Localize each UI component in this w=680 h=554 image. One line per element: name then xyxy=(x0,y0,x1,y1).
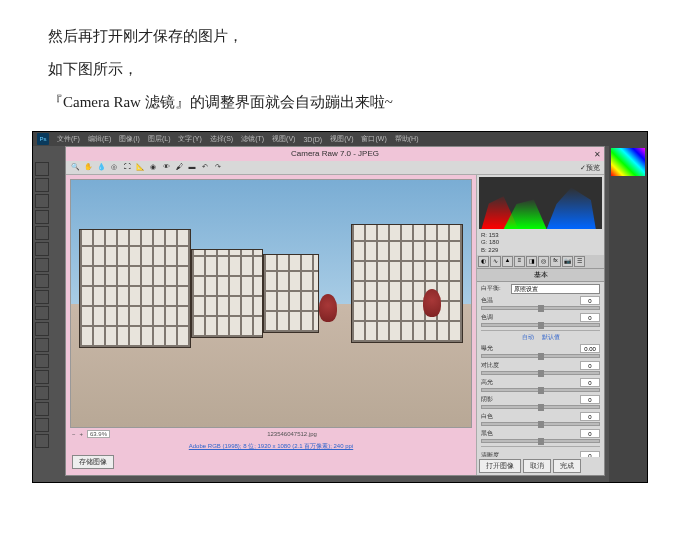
tint-value[interactable]: 0 xyxy=(580,313,600,322)
camera-tab-icon[interactable]: 📷 xyxy=(562,256,573,267)
wand-tool-icon[interactable] xyxy=(35,210,49,224)
rotate-cw-icon[interactable]: ↷ xyxy=(213,163,223,173)
spot-removal-icon[interactable]: ◉ xyxy=(148,163,158,173)
menu-help[interactable]: 帮助(H) xyxy=(395,134,419,144)
heal-tool-icon[interactable] xyxy=(35,258,49,272)
slider-temperature: 色温0 xyxy=(481,296,600,310)
shadows-slider[interactable] xyxy=(481,405,600,409)
image-metadata-link[interactable]: Adobe RGB (1998); 8 位; 1920 x 1080 (2.1 … xyxy=(70,440,472,453)
close-icon[interactable]: ✕ xyxy=(592,148,602,158)
wb-tool-icon[interactable]: 💧 xyxy=(96,163,106,173)
crop-icon[interactable]: ⛶ xyxy=(122,163,132,173)
menu-view2[interactable]: 视图(V) xyxy=(330,134,353,144)
slider-highlights: 高光0 xyxy=(481,378,600,392)
shadows-value[interactable]: 0 xyxy=(580,395,600,404)
cancel-button[interactable]: 取消 xyxy=(523,459,551,473)
menu-3d[interactable]: 3D(D) xyxy=(303,136,322,143)
stamp-tool-icon[interactable] xyxy=(35,290,49,304)
menu-window[interactable]: 窗口(W) xyxy=(361,134,386,144)
graduated-filter-icon[interactable]: ▬ xyxy=(187,163,197,173)
shape-tool-icon[interactable] xyxy=(35,434,49,448)
split-tab-icon[interactable]: ◨ xyxy=(526,256,537,267)
slider-whites: 白色0 xyxy=(481,412,600,426)
history-brush-icon[interactable] xyxy=(35,306,49,320)
article-caption: 然后再打开刚才保存的图片， 如下图所示， 『Camera Raw 滤镜』的调整界… xyxy=(0,0,680,131)
menu-file[interactable]: 文件(F) xyxy=(57,134,80,144)
preview-checkbox[interactable]: ✓预览 xyxy=(580,163,600,173)
blur-tool-icon[interactable] xyxy=(35,354,49,368)
blacks-slider[interactable] xyxy=(481,439,600,443)
hand-tool-icon[interactable]: ✋ xyxy=(83,163,93,173)
menu-layer[interactable]: 图层(L) xyxy=(148,134,171,144)
ps-logo-icon: Ps xyxy=(37,133,49,145)
brush-tool-icon[interactable] xyxy=(35,274,49,288)
menu-image[interactable]: 图像(I) xyxy=(119,134,140,144)
path-tool-icon[interactable] xyxy=(35,418,49,432)
temperature-value[interactable]: 0 xyxy=(580,296,600,305)
zoom-tool-icon[interactable]: 🔍 xyxy=(70,163,80,173)
hsl-tab-icon[interactable]: ≡ xyxy=(514,256,525,267)
filename-label: 123546047512.jpg xyxy=(114,431,470,437)
straighten-icon[interactable]: 📐 xyxy=(135,163,145,173)
gradient-tool-icon[interactable] xyxy=(35,338,49,352)
done-button[interactable]: 完成 xyxy=(553,459,581,473)
menu-edit[interactable]: 编辑(E) xyxy=(88,134,111,144)
adjustment-brush-icon[interactable]: 🖌 xyxy=(174,163,184,173)
marquee-tool-icon[interactable] xyxy=(35,178,49,192)
slider-exposure: 曝光0.00 xyxy=(481,344,600,358)
auto-link[interactable]: 自动 xyxy=(522,333,534,342)
lasso-tool-icon[interactable] xyxy=(35,194,49,208)
wb-select[interactable]: 原照设置 xyxy=(511,284,600,294)
ps-toolbox xyxy=(33,160,51,480)
whites-value[interactable]: 0 xyxy=(580,412,600,421)
text-tool-icon[interactable] xyxy=(35,402,49,416)
highlights-slider[interactable] xyxy=(481,388,600,392)
crop-tool-icon[interactable] xyxy=(35,226,49,240)
readout-b: B: 229 xyxy=(481,247,600,254)
cr-titlebar: Camera Raw 7.0 - JPEG ✕ xyxy=(66,147,604,161)
rotate-ccw-icon[interactable]: ↶ xyxy=(200,163,210,173)
menu-filter[interactable]: 滤镜(T) xyxy=(241,134,264,144)
wb-label: 白平衡: xyxy=(481,284,509,293)
curve-tab-icon[interactable]: ∿ xyxy=(490,256,501,267)
contrast-value[interactable]: 0 xyxy=(580,361,600,370)
temperature-slider[interactable] xyxy=(481,306,600,310)
basic-tab-icon[interactable]: ◐ xyxy=(478,256,489,267)
save-image-button[interactable]: 存储图像 xyxy=(72,455,114,469)
slider-blacks: 黑色0 xyxy=(481,429,600,443)
slider-shadows: 阴影0 xyxy=(481,395,600,409)
exposure-value[interactable]: 0.00 xyxy=(580,344,600,353)
menu-type[interactable]: 文字(Y) xyxy=(178,134,201,144)
zoom-in-icon[interactable]: + xyxy=(80,431,84,437)
caption-line-3: 『Camera Raw 滤镜』的调整界面就会自动蹦出来啦~ xyxy=(48,86,632,119)
detail-tab-icon[interactable]: ▲ xyxy=(502,256,513,267)
whites-slider[interactable] xyxy=(481,422,600,426)
exposure-slider[interactable] xyxy=(481,354,600,358)
eyedropper-tool-icon[interactable] xyxy=(35,242,49,256)
contrast-slider[interactable] xyxy=(481,371,600,375)
readout-r: R: 153 xyxy=(481,232,600,239)
zoom-level[interactable]: 63.9% xyxy=(87,430,110,438)
redeye-icon[interactable]: 👁 xyxy=(161,163,171,173)
adjustment-tabs: ◐ ∿ ▲ ≡ ◨ ◎ fx 📷 ☰ xyxy=(477,255,604,269)
blacks-value[interactable]: 0 xyxy=(580,429,600,438)
tint-slider[interactable] xyxy=(481,323,600,327)
preview-image[interactable] xyxy=(70,179,472,428)
histogram[interactable] xyxy=(479,177,602,229)
move-tool-icon[interactable] xyxy=(35,162,49,176)
fx-tab-icon[interactable]: fx xyxy=(550,256,561,267)
pen-tool-icon[interactable] xyxy=(35,386,49,400)
default-link[interactable]: 默认值 xyxy=(542,333,560,342)
ps-panels xyxy=(609,146,647,483)
highlights-value[interactable]: 0 xyxy=(580,378,600,387)
menu-view[interactable]: 视图(V) xyxy=(272,134,295,144)
menu-select[interactable]: 选择(S) xyxy=(210,134,233,144)
eraser-tool-icon[interactable] xyxy=(35,322,49,336)
color-sampler-icon[interactable]: ◎ xyxy=(109,163,119,173)
open-image-button[interactable]: 打开图像 xyxy=(479,459,521,473)
zoom-out-icon[interactable]: − xyxy=(72,431,76,437)
lens-tab-icon[interactable]: ◎ xyxy=(538,256,549,267)
dodge-tool-icon[interactable] xyxy=(35,370,49,384)
color-panel[interactable] xyxy=(611,148,645,176)
presets-tab-icon[interactable]: ☰ xyxy=(574,256,585,267)
